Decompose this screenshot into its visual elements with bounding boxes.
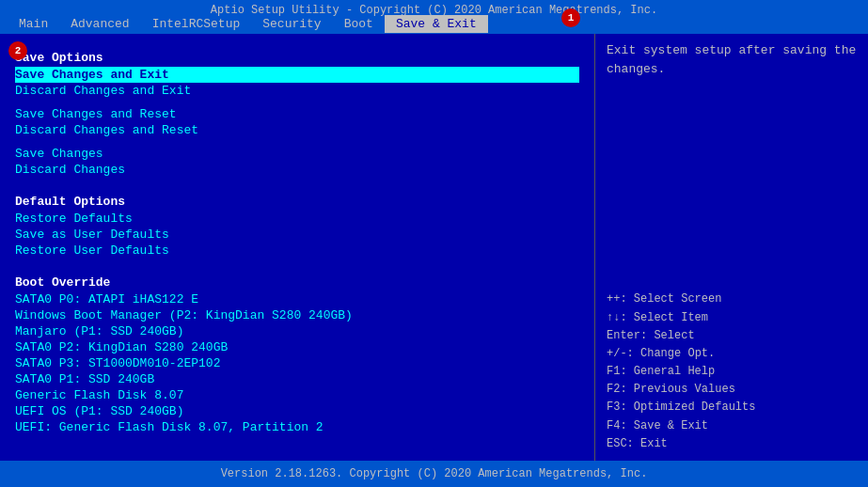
save-changes-option[interactable]: Save Changes <box>15 146 579 162</box>
discard-changes-reset-option[interactable]: Discard Changes and Reset <box>15 122 579 138</box>
key-hint-4: F1: General Help <box>607 363 857 381</box>
default-options-title: Default Options <box>15 195 579 209</box>
boot-option-3[interactable]: SATA0 P2: KingDian S280 240GB <box>15 339 579 355</box>
boot-option-0[interactable]: SATA0 P0: ATAPI iHAS122 E <box>15 291 579 307</box>
boot-option-2[interactable]: Manjaro (P1: SSD 240GB) <box>15 323 579 339</box>
save-user-defaults-option[interactable]: Save as User Defaults <box>15 227 579 243</box>
menu-item-advanced[interactable]: Advanced <box>59 15 140 33</box>
content-area: Save Options Save Changes and Exit Disca… <box>0 34 868 461</box>
key-hint-3: +/-: Change Opt. <box>607 345 857 363</box>
menu-item-save-exit[interactable]: Save & Exit <box>385 15 488 33</box>
save-changes-reset-option[interactable]: Save Changes and Reset <box>15 106 579 122</box>
left-panel: Save Options Save Changes and Exit Disca… <box>0 34 595 461</box>
menu-items: Main Advanced IntelRCSetup Security Boot… <box>0 15 496 33</box>
menu-item-intelrcsetup[interactable]: IntelRCSetup <box>141 15 252 33</box>
restore-defaults-option[interactable]: Restore Defaults <box>15 211 579 227</box>
footer-text: Version 2.18.1263. Copyright (C) 2020 Am… <box>221 467 648 480</box>
context-help-text: Exit system setup after saving the chang… <box>607 41 857 78</box>
save-changes-exit-option[interactable]: Save Changes and Exit <box>15 67 579 83</box>
key-help-section: ++: Select Screen ↑↓: Select Item Enter:… <box>607 291 857 453</box>
right-panel: Exit system setup after saving the chang… <box>595 34 868 461</box>
key-hint-7: F4: Save & Exit <box>607 417 857 435</box>
app-title: Aptio Setup Utility - Copyright (C) 2020… <box>211 4 657 17</box>
boot-option-8[interactable]: UEFI: Generic Flash Disk 8.07, Partition… <box>15 419 579 435</box>
menu-item-main[interactable]: Main <box>8 15 59 33</box>
menu-bar: Aptio Setup Utility - Copyright (C) 2020… <box>0 0 868 34</box>
boot-override-title: Boot Override <box>15 275 579 290</box>
menu-item-security[interactable]: Security <box>251 15 332 33</box>
boot-option-5[interactable]: SATA0 P1: SSD 240GB <box>15 371 579 387</box>
key-hint-5: F2: Previous Values <box>607 381 857 399</box>
menu-item-boot[interactable]: Boot <box>333 15 385 33</box>
key-hint-8: ESC: Exit <box>607 435 857 453</box>
save-options-title: Save Options <box>15 51 579 65</box>
boot-option-7[interactable]: UEFI OS (P1: SSD 240GB) <box>15 403 579 419</box>
key-hint-2: Enter: Select <box>607 327 857 345</box>
boot-option-1[interactable]: Windows Boot Manager (P2: KingDian S280 … <box>15 307 579 323</box>
boot-option-4[interactable]: SATA0 P3: ST1000DM010-2EP102 <box>15 355 579 371</box>
key-hint-6: F3: Optimized Defaults <box>607 399 857 416</box>
boot-option-6[interactable]: Generic Flash Disk 8.07 <box>15 387 579 403</box>
discard-changes-option[interactable]: Discard Changes <box>15 162 579 178</box>
restore-user-defaults-option[interactable]: Restore User Defaults <box>15 243 579 259</box>
status-bar: Version 2.18.1263. Copyright (C) 2020 Am… <box>0 461 868 487</box>
key-hint-1: ↑↓: Select Item <box>607 309 857 327</box>
discard-changes-exit-option[interactable]: Discard Changes and Exit <box>15 83 579 99</box>
key-hint-0: ++: Select Screen <box>607 291 857 308</box>
